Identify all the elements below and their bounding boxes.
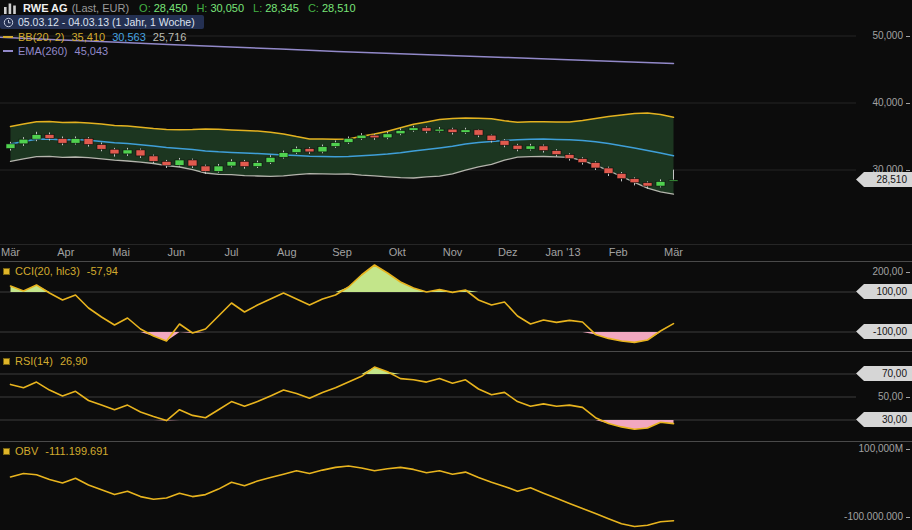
x-axis-label: Nov <box>443 246 463 258</box>
open-value: 28,450 <box>154 2 188 14</box>
x-axis-label: Dez <box>498 246 518 258</box>
ema-marker-icon <box>3 50 13 52</box>
cci-label: CCI(20, hlc3) <box>15 265 80 277</box>
rsi-panel-canvas[interactable] <box>0 352 912 441</box>
x-axis-label: Mär <box>664 246 683 258</box>
ema-value: 45,043 <box>75 45 109 57</box>
x-axis-label: Aug <box>277 246 297 258</box>
ema-legend[interactable]: EMA(260) 45,043 <box>3 45 108 57</box>
rsi-legend[interactable]: RSI(14) 26,90 <box>3 355 87 367</box>
panel-divider-cci <box>0 261 912 262</box>
obv-axis-label-top: 100,000M <box>828 443 912 455</box>
ema-label: EMA(260) <box>18 45 68 57</box>
bb-upper-value: 35,410 <box>71 31 105 43</box>
obv-value: -111.199.691 <box>45 445 108 457</box>
x-axis-label: Okt <box>389 246 406 258</box>
x-axis-label: Mai <box>112 246 130 258</box>
cci-value: -57,94 <box>87 265 118 277</box>
cci-legend[interactable]: CCI(20, hlc3) -57,94 <box>3 265 118 277</box>
rsi-high-tag[interactable]: 70,00 <box>856 366 912 381</box>
panel-divider-rsi <box>0 351 912 352</box>
high-value: 30,050 <box>210 2 244 14</box>
obv-legend[interactable]: OBV -111.199.691 <box>3 445 108 457</box>
y-axis-label-50000: 50,000 <box>828 30 912 42</box>
obv-panel-canvas[interactable] <box>0 442 912 530</box>
cci-high-tag[interactable]: 100,00 <box>856 284 912 299</box>
rsi-low-tag[interactable]: 30,00 <box>856 412 912 427</box>
x-axis-label: Apr <box>57 246 74 258</box>
symbol-name: RWE AG <box>23 2 68 14</box>
clock-icon <box>3 17 14 28</box>
obv-label: OBV <box>15 445 38 457</box>
x-axis-label: Jun <box>167 246 185 258</box>
rsi-marker-icon <box>3 358 10 365</box>
x-axis: MärAprMaiJunJulAugSepOktNovDezJan '13Feb… <box>0 246 912 260</box>
series-info: (Last, EUR) <box>72 2 129 14</box>
rsi-axis-label-50: 50,00 <box>828 391 912 403</box>
x-axis-label: Jan '13 <box>545 246 580 258</box>
last-price-tag[interactable]: 28,510 <box>856 172 912 187</box>
x-axis-label: Feb <box>609 246 628 258</box>
rsi-value: 26,90 <box>60 355 88 367</box>
open-label: O: <box>139 2 151 14</box>
panel-divider-obv <box>0 441 912 442</box>
bb-label: BB(20, 2) <box>18 31 64 43</box>
chart-icon <box>3 3 17 14</box>
close-value: 28,510 <box>322 2 356 14</box>
cci-low-tag[interactable]: -100,00 <box>856 324 912 339</box>
y-axis-label-40000: 40,000 <box>828 97 912 109</box>
close-label: C: <box>308 2 319 14</box>
cci-panel-canvas[interactable] <box>0 262 912 351</box>
high-label: H: <box>196 2 207 14</box>
date-range-bar[interactable]: 05.03.12 - 04.03.13 (1 Jahr, 1 Woche) <box>0 15 204 29</box>
x-axis-label: Mär <box>1 246 20 258</box>
chart-header: RWE AG (Last, EUR) O: 28,450 H: 30,050 L… <box>3 2 365 14</box>
cci-axis-label-200: 200,00 <box>828 266 912 278</box>
bb-lower-value: 25,716 <box>153 31 187 43</box>
bb-legend[interactable]: BB(20, 2) 35,410 30,563 25,716 <box>3 31 186 43</box>
low-value: 28,345 <box>265 2 299 14</box>
obv-axis-label-bottom: -100.000.000 <box>828 511 912 523</box>
xaxis-divider <box>0 244 912 245</box>
rsi-label: RSI(14) <box>15 355 53 367</box>
bb-marker-icon <box>3 36 13 38</box>
date-range-text: 05.03.12 - 04.03.13 (1 Jahr, 1 Woche) <box>18 16 195 28</box>
chart-window: RWE AG (Last, EUR) O: 28,450 H: 30,050 L… <box>0 0 912 530</box>
x-axis-label: Sep <box>332 246 352 258</box>
low-label: L: <box>253 2 262 14</box>
cci-marker-icon <box>3 268 10 275</box>
bb-middle-value: 30,563 <box>112 31 146 43</box>
obv-marker-icon <box>3 448 10 455</box>
x-axis-label: Jul <box>224 246 238 258</box>
